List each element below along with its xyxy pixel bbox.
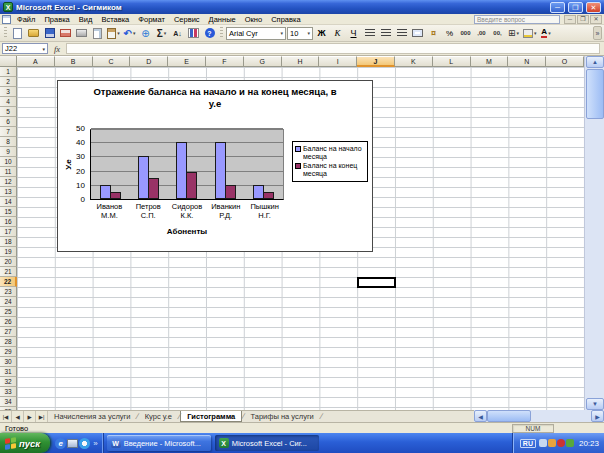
select-all-corner[interactable]: [0, 56, 17, 67]
align-left-icon[interactable]: [362, 26, 377, 41]
row-header-18[interactable]: 18: [0, 237, 17, 247]
column-header-L[interactable]: L: [433, 56, 471, 67]
menu-item[interactable]: Вставка: [97, 15, 133, 24]
row-header-16[interactable]: 16: [0, 217, 17, 227]
undo-icon[interactable]: ↶▾: [122, 26, 137, 41]
sheet-tab-3[interactable]: Гистограмма: [180, 411, 242, 422]
start-button[interactable]: пуск: [0, 433, 50, 453]
row-header-23[interactable]: 23: [0, 287, 17, 297]
row-header-12[interactable]: 12: [0, 177, 17, 187]
row-header-2[interactable]: 2: [0, 77, 17, 87]
row-header-9[interactable]: 9: [0, 147, 17, 157]
menu-item[interactable]: Окно: [241, 15, 266, 24]
borders-icon[interactable]: ⊞▾: [506, 26, 521, 41]
row-header-11[interactable]: 11: [0, 167, 17, 177]
row-header-32[interactable]: 32: [0, 377, 17, 387]
save-icon[interactable]: [42, 26, 57, 41]
tab-scroll-button[interactable]: ▶: [24, 411, 36, 422]
language-indicator[interactable]: RU: [520, 439, 536, 448]
row-header-5[interactable]: 5: [0, 107, 17, 117]
font-size-select[interactable]: 10 ▾: [287, 27, 313, 40]
tab-scroll-button[interactable]: ▶|: [36, 411, 48, 422]
tab-scroll-button[interactable]: ◀: [12, 411, 24, 422]
row-header-30[interactable]: 30: [0, 357, 17, 367]
font-name-select[interactable]: Arial Cyr ▾: [226, 27, 286, 40]
row-header-14[interactable]: 14: [0, 197, 17, 207]
column-header-K[interactable]: K: [395, 56, 433, 67]
sheet-tab-1[interactable]: Начисления за услуги: [48, 411, 136, 422]
quick-launch-overflow-icon[interactable]: »: [93, 439, 97, 448]
align-right-icon[interactable]: [394, 26, 409, 41]
active-cell[interactable]: [357, 277, 396, 288]
horizontal-scrollbar[interactable]: ◀ ▶: [474, 410, 604, 422]
row-header-10[interactable]: 10: [0, 157, 17, 167]
row-header-33[interactable]: 33: [0, 387, 17, 397]
menu-item[interactable]: Справка: [267, 15, 304, 24]
column-header-J[interactable]: J: [357, 56, 395, 67]
sheet-tab-2[interactable]: Курс у.е: [139, 411, 178, 422]
autosum-icon[interactable]: Σ▾: [154, 26, 169, 41]
menu-item[interactable]: Вид: [75, 15, 97, 24]
scroll-left-icon[interactable]: ◀: [474, 410, 487, 422]
column-header-O[interactable]: O: [546, 56, 584, 67]
toolbar-grip[interactable]: [4, 27, 7, 39]
scroll-up-icon[interactable]: ▲: [586, 56, 604, 68]
scroll-down-icon[interactable]: ▼: [586, 398, 604, 410]
comma-icon[interactable]: 000: [458, 26, 473, 41]
align-center-icon[interactable]: [378, 26, 393, 41]
help-icon[interactable]: ?: [202, 26, 217, 41]
row-header-27[interactable]: 27: [0, 327, 17, 337]
currency-icon[interactable]: ¤: [426, 26, 441, 41]
decrease-decimal-icon[interactable]: 00,: [490, 26, 505, 41]
insert-function-icon[interactable]: fx: [50, 44, 64, 54]
horizontal-scroll-thumb[interactable]: [487, 410, 531, 422]
update-icon[interactable]: [566, 439, 574, 447]
name-box[interactable]: J22 ▾: [2, 43, 48, 54]
column-header-E[interactable]: E: [168, 56, 206, 67]
row-header-24[interactable]: 24: [0, 297, 17, 307]
merge-center-icon[interactable]: [410, 26, 425, 41]
column-header-A[interactable]: A: [17, 56, 55, 67]
task-button-word[interactable]: Введение - Microsoft...: [107, 435, 211, 451]
column-header-B[interactable]: B: [55, 56, 93, 67]
column-header-F[interactable]: F: [206, 56, 244, 67]
sort-ascending-icon[interactable]: А↓: [170, 26, 185, 41]
row-header-20[interactable]: 20: [0, 257, 17, 267]
hyperlink-icon[interactable]: ⊕: [138, 26, 153, 41]
tab-scroll-button[interactable]: |◀: [0, 411, 12, 422]
column-header-N[interactable]: N: [508, 56, 546, 67]
sheet-tab-4[interactable]: Тарифы на услуги: [245, 411, 320, 422]
row-header-17[interactable]: 17: [0, 227, 17, 237]
restore-button[interactable]: ❐: [568, 2, 583, 13]
toolbar-options-icon[interactable]: »: [593, 26, 602, 40]
open-icon[interactable]: [26, 26, 41, 41]
antivirus-icon[interactable]: [557, 439, 565, 447]
menu-item[interactable]: Формат: [134, 15, 169, 24]
messenger-icon[interactable]: [548, 439, 556, 447]
bold-icon[interactable]: Ж: [314, 26, 329, 41]
italic-icon[interactable]: К: [330, 26, 345, 41]
formatting-toolbar-grip[interactable]: [220, 27, 223, 39]
paste-icon[interactable]: ▾: [106, 26, 121, 41]
percent-icon[interactable]: %: [442, 26, 457, 41]
formula-input[interactable]: [66, 43, 600, 54]
increase-decimal-icon[interactable]: ,00: [474, 26, 489, 41]
row-header-26[interactable]: 26: [0, 317, 17, 327]
row-header-8[interactable]: 8: [0, 137, 17, 147]
menu-item[interactable]: Правка: [40, 15, 73, 24]
menu-item[interactable]: Данные: [205, 15, 240, 24]
row-header-28[interactable]: 28: [0, 337, 17, 347]
row-header-13[interactable]: 13: [0, 187, 17, 197]
print-icon[interactable]: [74, 26, 89, 41]
new-icon[interactable]: [10, 26, 25, 41]
row-header-7[interactable]: 7: [0, 127, 17, 137]
workbook-minimize-button[interactable]: ─: [564, 15, 576, 24]
question-input[interactable]: Введите вопрос: [474, 15, 560, 24]
show-desktop-icon[interactable]: [67, 439, 78, 448]
row-header-1[interactable]: 1: [0, 67, 17, 77]
column-header-M[interactable]: M: [471, 56, 509, 67]
row-header-22[interactable]: 22: [0, 277, 17, 287]
scroll-right-icon[interactable]: ▶: [591, 410, 604, 422]
font-color-icon[interactable]: А▾: [539, 26, 554, 41]
column-header-H[interactable]: H: [282, 56, 320, 67]
